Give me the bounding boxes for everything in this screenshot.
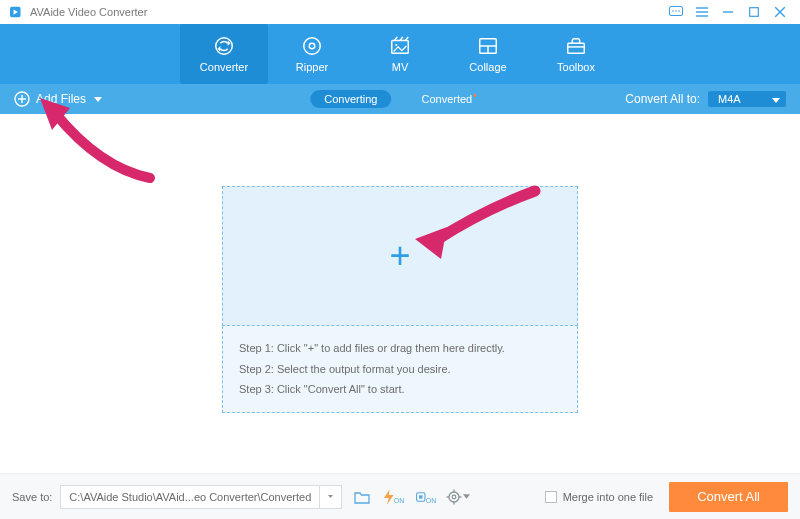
tab-toolbox[interactable]: Toolbox xyxy=(532,24,620,84)
open-folder-button[interactable] xyxy=(350,485,374,509)
convert-all-button[interactable]: Convert All xyxy=(669,482,788,512)
svg-point-4 xyxy=(675,10,677,12)
svg-point-3 xyxy=(672,10,674,12)
tab-converted-label: Converted xyxy=(421,93,472,105)
instructions: Step 1: Click "+" to add files or drag t… xyxy=(222,326,578,414)
svg-point-5 xyxy=(678,10,680,12)
svg-rect-10 xyxy=(750,8,759,17)
tab-toolbox-label: Toolbox xyxy=(557,61,595,73)
notification-dot-icon: • xyxy=(473,90,477,101)
merge-checkbox[interactable]: Merge into one file xyxy=(545,491,654,503)
svg-point-19 xyxy=(395,44,397,46)
tab-ripper[interactable]: Ripper xyxy=(268,24,356,84)
gpu-accel-button[interactable]: ON xyxy=(414,485,438,509)
converter-icon xyxy=(213,35,235,57)
svg-marker-40 xyxy=(463,494,470,498)
output-format-select[interactable]: M4A xyxy=(708,91,786,107)
merge-label: Merge into one file xyxy=(563,491,654,503)
settings-button[interactable] xyxy=(446,485,470,509)
ripper-icon xyxy=(301,35,323,57)
save-path-value: C:\AVAide Studio\AVAid...eo Converter\Co… xyxy=(61,491,319,503)
feedback-icon[interactable] xyxy=(666,4,686,20)
tab-converting-label: Converting xyxy=(324,93,377,105)
app-title: AVAide Video Converter xyxy=(30,6,147,18)
step-1: Step 1: Click "+" to add files or drag t… xyxy=(239,338,561,359)
tab-ripper-label: Ripper xyxy=(296,61,328,73)
checkbox-icon xyxy=(545,491,557,503)
save-path-field[interactable]: C:\AVAide Studio\AVAid...eo Converter\Co… xyxy=(60,485,342,509)
tab-converting[interactable]: Converting xyxy=(310,90,391,108)
tab-mv-label: MV xyxy=(392,61,409,73)
title-bar: AVAide Video Converter xyxy=(0,0,800,24)
tab-collage[interactable]: Collage xyxy=(444,24,532,84)
tab-collage-label: Collage xyxy=(469,61,506,73)
annotation-arrow-icon xyxy=(405,179,545,259)
tab-mv[interactable]: MV xyxy=(356,24,444,84)
tab-converter[interactable]: Converter xyxy=(180,24,268,84)
output-format-value: M4A xyxy=(718,93,741,105)
svg-point-35 xyxy=(452,495,456,499)
step-3: Step 3: Click "Convert All" to start. xyxy=(239,379,561,400)
main-toolbar: Converter Ripper MV Collage Toolbox xyxy=(0,24,800,84)
app-logo-icon xyxy=(10,5,24,19)
close-icon[interactable] xyxy=(770,4,790,20)
toolbox-icon xyxy=(565,35,587,57)
svg-marker-31 xyxy=(384,489,394,504)
svg-rect-33 xyxy=(419,495,422,498)
svg-rect-23 xyxy=(568,43,585,53)
svg-marker-29 xyxy=(415,227,447,259)
maximize-icon[interactable] xyxy=(744,4,764,20)
svg-point-17 xyxy=(309,43,315,49)
convert-all-to-label: Convert All to: xyxy=(625,92,700,106)
hardware-accel-button[interactable]: ON xyxy=(382,485,406,509)
svg-marker-30 xyxy=(328,495,333,498)
main-area: + Step 1: Click "+" to add files or drag… xyxy=(0,114,800,473)
svg-point-13 xyxy=(216,38,233,55)
svg-point-16 xyxy=(304,38,321,55)
mv-icon xyxy=(389,35,411,57)
menu-icon[interactable] xyxy=(692,4,712,20)
svg-point-34 xyxy=(449,492,459,502)
bottom-bar: Save to: C:\AVAide Studio\AVAid...eo Con… xyxy=(0,473,800,519)
plus-circle-icon xyxy=(14,91,30,107)
save-to-label: Save to: xyxy=(12,491,52,503)
annotation-arrow-icon xyxy=(30,98,160,188)
chevron-down-icon[interactable] xyxy=(319,486,341,508)
tab-converted[interactable]: Converted• xyxy=(407,90,489,108)
collage-icon xyxy=(477,35,499,57)
minimize-icon[interactable] xyxy=(718,4,738,20)
status-tabs: Converting Converted• xyxy=(310,90,489,108)
step-2: Step 2: Select the output format you des… xyxy=(239,359,561,380)
tab-converter-label: Converter xyxy=(200,61,248,73)
chevron-down-icon xyxy=(772,98,780,103)
convert-all-to: Convert All to: M4A xyxy=(625,91,786,107)
